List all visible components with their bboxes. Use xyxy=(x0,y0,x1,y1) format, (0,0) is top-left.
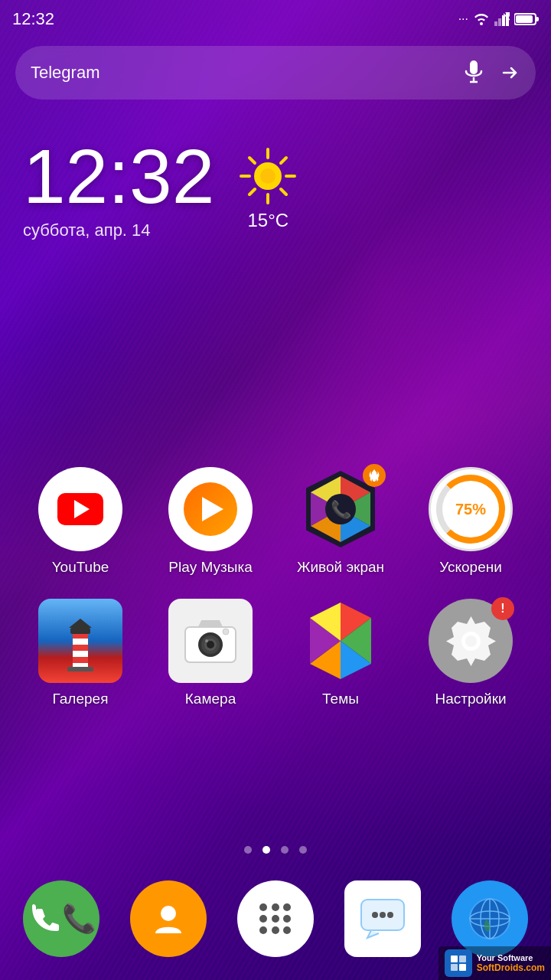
youtube-triangle xyxy=(74,500,90,518)
phone-icon xyxy=(27,901,62,936)
weather-sun-icon xyxy=(237,145,298,207)
svg-rect-1 xyxy=(494,21,497,26)
app-gallery[interactable]: Галерея xyxy=(27,599,134,707)
dock-messages[interactable] xyxy=(344,880,421,957)
watermark-icon xyxy=(449,954,468,972)
settings-label: Настройки xyxy=(435,691,506,707)
apps-dot xyxy=(272,926,279,934)
app-live-wallpaper[interactable]: 📞 Живой экран xyxy=(287,467,394,576)
accelerator-icon: 75% xyxy=(429,467,513,551)
wifi-icon xyxy=(473,12,490,26)
contacts-icon xyxy=(149,900,187,938)
svg-rect-30 xyxy=(73,657,88,663)
watermark-line1: Your Software xyxy=(477,953,545,962)
svg-line-20 xyxy=(249,189,255,194)
svg-point-41 xyxy=(205,639,208,642)
gallery-icon-wrapper xyxy=(38,599,122,683)
dock-all-apps[interactable] xyxy=(237,880,314,957)
apps-dot xyxy=(259,903,267,911)
svg-rect-8 xyxy=(516,15,533,23)
status-time: 12:32 xyxy=(12,9,54,29)
page-dot-2[interactable] xyxy=(281,846,289,854)
watermark-text: Your Software SoftDroids.com xyxy=(477,953,545,973)
battery-icon xyxy=(514,12,539,26)
svg-rect-2 xyxy=(498,18,501,26)
themes-label: Темы xyxy=(322,691,359,707)
svg-point-0 xyxy=(480,22,483,25)
weather-widget: 15°C xyxy=(237,145,298,231)
mic-icon[interactable] xyxy=(464,60,484,85)
live-wallpaper-icon: 📞 xyxy=(298,467,383,551)
clock-date: суббота, апр. 14 xyxy=(23,220,214,240)
svg-text:📞: 📞 xyxy=(331,499,352,520)
live-wallpaper-icon-wrapper: 📞 xyxy=(298,467,383,551)
search-arrow-icon[interactable] xyxy=(499,62,520,83)
live-wallpaper-label: Живой экран xyxy=(297,559,384,576)
svg-point-22 xyxy=(260,168,276,184)
dock-phone[interactable]: 📞 xyxy=(23,880,99,957)
settings-badge: ! xyxy=(491,597,514,620)
music-triangle xyxy=(202,497,223,521)
youtube-label: YouTube xyxy=(52,559,109,576)
browser-icon xyxy=(467,896,513,942)
watermark: Your Software SoftDroids.com xyxy=(439,946,551,980)
settings-icon: ! xyxy=(429,599,513,683)
page-indicators xyxy=(0,846,551,854)
dock: 📞 xyxy=(0,880,551,957)
youtube-play-button xyxy=(57,493,103,525)
gallery-icon xyxy=(38,599,122,683)
dock-browser[interactable] xyxy=(452,880,528,957)
svg-point-40 xyxy=(207,641,214,648)
svg-point-54 xyxy=(387,912,393,918)
youtube-icon xyxy=(38,467,122,551)
watermark-line2: SoftDroids.com xyxy=(477,962,545,973)
app-settings[interactable]: ! Настройки xyxy=(417,599,524,707)
accel-ring: 75% xyxy=(436,475,505,544)
svg-point-52 xyxy=(372,912,378,918)
svg-point-50 xyxy=(161,906,176,921)
page-dot-3[interactable] xyxy=(299,846,307,854)
page-dot-1[interactable] xyxy=(262,846,270,854)
app-youtube[interactable]: YouTube xyxy=(27,467,134,576)
apps-dot xyxy=(272,915,279,923)
app-camera[interactable]: Камера xyxy=(157,599,264,707)
svg-rect-33 xyxy=(67,667,93,671)
svg-marker-32 xyxy=(69,619,92,628)
music-inner xyxy=(184,482,237,536)
accel-percent: 75% xyxy=(455,501,486,518)
status-icons: ··· xyxy=(458,12,539,26)
live-wallpaper-badge xyxy=(363,464,386,487)
clock-left: 12:32 суббота, апр. 14 xyxy=(23,138,214,240)
themes-icon-wrapper xyxy=(298,599,383,683)
play-music-icon-wrapper xyxy=(168,467,253,551)
status-bar: 12:32 ··· xyxy=(0,0,551,38)
svg-rect-36 xyxy=(201,621,220,627)
app-accelerator[interactable]: 75% Ускорени xyxy=(417,467,524,576)
svg-line-17 xyxy=(249,158,255,163)
apps-grid xyxy=(259,903,292,934)
app-themes[interactable]: Темы xyxy=(287,599,394,707)
watermark-logo xyxy=(445,949,472,977)
svg-rect-3 xyxy=(502,15,505,26)
svg-rect-61 xyxy=(451,956,458,962)
app-play-music[interactable]: Play Музыка xyxy=(157,467,264,576)
svg-point-42 xyxy=(223,629,229,635)
messages-icon xyxy=(360,898,406,940)
weather-temperature: 15°C xyxy=(247,210,289,231)
play-music-icon xyxy=(168,467,253,551)
apps-dot xyxy=(283,926,291,934)
search-bar[interactable]: Telegram xyxy=(15,46,536,100)
clock-time: 12:32 xyxy=(23,138,214,214)
camera-icon xyxy=(168,599,253,683)
themes-icon xyxy=(298,599,383,683)
page-dot-0[interactable] xyxy=(244,846,252,854)
apps-dot xyxy=(259,926,267,934)
dock-contacts[interactable] xyxy=(130,880,207,957)
svg-rect-63 xyxy=(451,964,458,971)
svg-line-18 xyxy=(281,189,286,194)
dots-icon: ··· xyxy=(458,12,468,26)
apps-dot xyxy=(283,903,291,911)
svg-rect-7 xyxy=(536,17,539,21)
apps-dot xyxy=(283,915,291,923)
phone-glyph: 📞 xyxy=(62,903,96,935)
